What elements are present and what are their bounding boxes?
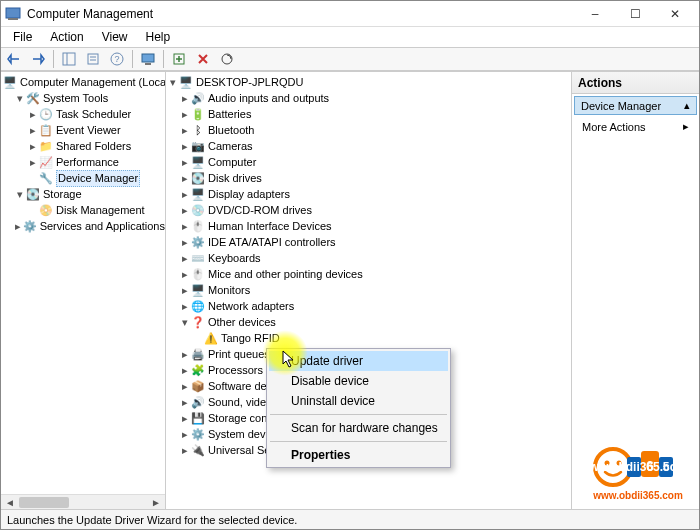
device-category[interactable]: ▸🌐Network adapters (166, 298, 571, 314)
tree-services[interactable]: ▸ ⚙️ Services and Applications (1, 218, 165, 234)
expand-icon[interactable]: ▸ (180, 155, 190, 170)
expand-icon[interactable]: ▸ (180, 139, 190, 154)
expand-icon[interactable]: ▸ (180, 235, 190, 250)
tree-root-computer-management[interactable]: 🖥️ Computer Management (Local) (1, 74, 165, 90)
minimize-button[interactable]: – (575, 2, 615, 26)
toolbar-separator (132, 50, 133, 68)
collapse-icon[interactable]: ▾ (180, 315, 190, 330)
device-category[interactable]: ▸🖥️Computer (166, 154, 571, 170)
expand-icon[interactable]: ▸ (180, 427, 190, 442)
device-category[interactable]: ▸🖱️Human Interface Devices (166, 218, 571, 234)
tree-disk-management[interactable]: 📀 Disk Management (1, 202, 165, 218)
expand-icon[interactable]: ▸ (180, 395, 190, 410)
svg-text:6: 6 (646, 458, 654, 474)
show-hide-tree-button[interactable] (58, 49, 80, 69)
expand-icon[interactable]: ▸ (180, 347, 190, 362)
expand-icon[interactable]: ▸ (180, 251, 190, 266)
device-category[interactable]: ▸📷Cameras (166, 138, 571, 154)
category-icon: 🔌 (191, 443, 205, 458)
expand-icon[interactable]: ▸ (180, 171, 190, 186)
device-category[interactable]: ▸🖱️Mice and other pointing devices (166, 266, 571, 282)
expand-icon[interactable]: ▸ (28, 155, 38, 170)
menu-help[interactable]: Help (138, 29, 179, 45)
collapse-icon[interactable]: ▾ (168, 75, 178, 90)
expand-icon[interactable]: ▸ (180, 443, 190, 458)
category-icon: 🖨️ (191, 347, 205, 362)
device-category[interactable]: ▸🖥️Monitors (166, 282, 571, 298)
expand-icon[interactable]: ▸ (180, 363, 190, 378)
forward-button[interactable] (27, 49, 49, 69)
category-label: IDE ATA/ATAPI controllers (208, 235, 336, 250)
category-other-devices[interactable]: ▾ ❓ Other devices (166, 314, 571, 330)
collapse-icon[interactable]: ▾ (15, 91, 25, 106)
actions-more[interactable]: More Actions ▸ (572, 117, 699, 136)
titlebar: Computer Management – ☐ ✕ (1, 1, 699, 27)
device-category[interactable]: ▸🔊Audio inputs and outputs (166, 90, 571, 106)
menu-action[interactable]: Action (42, 29, 91, 45)
expand-icon[interactable]: ▸ (180, 267, 190, 282)
update-driver-icon[interactable] (168, 49, 190, 69)
properties-button[interactable] (82, 49, 104, 69)
toolbar: ? (1, 47, 699, 71)
expand-icon[interactable]: ▸ (28, 123, 38, 138)
back-button[interactable] (3, 49, 25, 69)
device-category[interactable]: ▸🔋Batteries (166, 106, 571, 122)
horizontal-scrollbar[interactable]: ◄► (1, 494, 165, 509)
device-category[interactable]: ▸💿DVD/CD-ROM drives (166, 202, 571, 218)
svg-rect-4 (88, 54, 98, 64)
expand-icon[interactable]: ▸ (180, 379, 190, 394)
shared-folders-icon: 📁 (39, 139, 53, 154)
submenu-arrow-icon: ▸ (683, 120, 689, 133)
ctx-scan-hardware[interactable]: Scan for hardware changes (269, 418, 448, 438)
device-category[interactable]: ▸⚙️IDE ATA/ATAPI controllers (166, 234, 571, 250)
category-icon: 🖱️ (191, 219, 205, 234)
ctx-properties[interactable]: Properties (269, 445, 448, 465)
expand-icon[interactable]: ▸ (180, 123, 190, 138)
collapse-icon[interactable]: ▾ (15, 187, 25, 202)
expand-icon[interactable]: ▸ (28, 107, 38, 122)
expand-icon[interactable]: ▸ (180, 411, 190, 426)
svg-text:?: ? (114, 54, 119, 64)
tree-task-scheduler[interactable]: ▸ 🕒 Task Scheduler (1, 106, 165, 122)
expand-icon[interactable]: ▸ (15, 219, 22, 234)
actions-selection[interactable]: Device Manager ▴ (574, 96, 697, 115)
scope-tree[interactable]: 🖥️ Computer Management (Local) ▾ 🛠️ Syst… (1, 74, 165, 234)
expand-icon[interactable]: ▸ (180, 91, 190, 106)
device-category[interactable]: ▸ᛒBluetooth (166, 122, 571, 138)
tree-shared-folders[interactable]: ▸ 📁 Shared Folders (1, 138, 165, 154)
device-tango-rfid[interactable]: ⚠️ Tango RFID (166, 330, 571, 346)
expand-icon[interactable]: ▸ (180, 107, 190, 122)
expand-icon[interactable]: ▸ (180, 299, 190, 314)
expand-icon[interactable]: ▸ (28, 139, 38, 154)
ctx-uninstall-device[interactable]: Uninstall device (269, 391, 448, 411)
expand-icon[interactable]: ▸ (180, 187, 190, 202)
maximize-button[interactable]: ☐ (615, 2, 655, 26)
tree-storage[interactable]: ▾ 💽 Storage (1, 186, 165, 202)
tree-event-viewer[interactable]: ▸ 📋 Event Viewer (1, 122, 165, 138)
tree-device-manager[interactable]: 🔧 Device Manager (1, 170, 165, 186)
category-icon: 📷 (191, 139, 205, 154)
monitor-button[interactable] (137, 49, 159, 69)
expand-icon[interactable]: ▸ (180, 219, 190, 234)
device-category[interactable]: ▸💽Disk drives (166, 170, 571, 186)
category-label: Keyboards (208, 251, 261, 266)
device-category[interactable]: ▸🖥️Display adapters (166, 186, 571, 202)
tree-system-tools[interactable]: ▾ 🛠️ System Tools (1, 90, 165, 106)
close-button[interactable]: ✕ (655, 2, 695, 26)
category-icon: 💾 (191, 411, 205, 426)
scan-hardware-icon[interactable] (216, 49, 238, 69)
category-icon: 🌐 (191, 299, 205, 314)
help-button[interactable]: ? (106, 49, 128, 69)
uninstall-icon[interactable] (192, 49, 214, 69)
device-category[interactable]: ▸⌨️Keyboards (166, 250, 571, 266)
menu-view[interactable]: View (94, 29, 136, 45)
expand-icon[interactable]: ▸ (180, 203, 190, 218)
tree-performance[interactable]: ▸ 📈 Performance (1, 154, 165, 170)
menubar: File Action View Help (1, 27, 699, 47)
window-title: Computer Management (27, 7, 575, 21)
expand-icon[interactable]: ▸ (180, 283, 190, 298)
device-root[interactable]: ▾ 🖥️ DESKTOP-JPLRQDU (166, 74, 571, 90)
menu-file[interactable]: File (5, 29, 40, 45)
category-label: Disk drives (208, 171, 262, 186)
device-manager-icon: 🔧 (39, 171, 53, 186)
